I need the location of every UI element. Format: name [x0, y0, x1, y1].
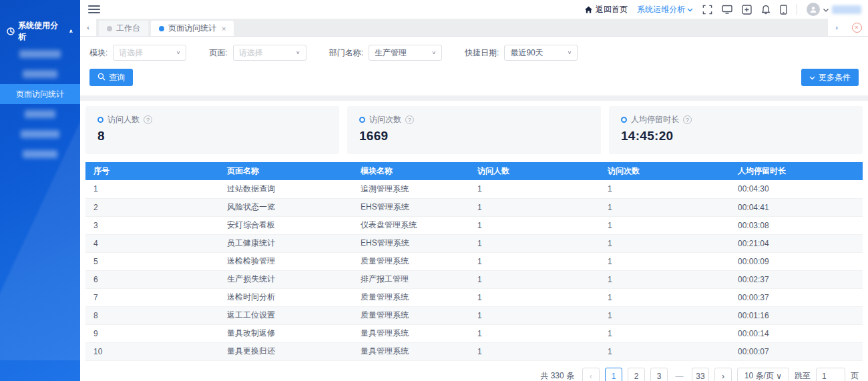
- table-row[interactable]: 3安灯综合看板仪表盘管理系统1100:03:08: [85, 216, 863, 234]
- sidebar-item-page-visit-stats[interactable]: 页面访问统计: [0, 84, 80, 104]
- next-page-button[interactable]: ›: [714, 368, 732, 381]
- stat-label: 访问人数: [107, 114, 140, 125]
- filter-row: 模块: 请选择 ∨ 页面: 请选择 ∨ 部门名称: [89, 45, 859, 61]
- stat-label: 人均停留时长: [631, 114, 679, 125]
- tabbar: ‹ 工作台 页面访问统计 × › ×: [80, 19, 868, 37]
- table-row[interactable]: 6生产损失统计排产报工管理1100:02:37: [85, 270, 863, 288]
- sidebar-group-system-usage[interactable]: 系统使用分析 ∧: [0, 19, 80, 44]
- page-button-3[interactable]: 3: [650, 368, 668, 381]
- back-home-link[interactable]: 返回首页: [584, 4, 628, 15]
- table-cell: 量具管理系统: [353, 324, 469, 342]
- filter-page: 页面: 请选择 ∨: [209, 45, 306, 61]
- table-cell: 1: [469, 216, 600, 234]
- pages-ellipsis: —: [673, 372, 686, 381]
- table-cell: 00:01:16: [730, 306, 863, 324]
- sidebar-item-redacted[interactable]: [0, 124, 80, 144]
- table-cell: 过站数据查询: [219, 180, 353, 198]
- tab-page-visit-stats[interactable]: 页面访问统计 ×: [151, 21, 234, 36]
- system-ops-menu[interactable]: 系统运维分析: [637, 4, 693, 15]
- mobile-icon[interactable]: [780, 5, 787, 15]
- jump-label: 跳至: [795, 370, 811, 381]
- more-conditions-label: 更多条件: [819, 72, 851, 83]
- close-all-tabs-button[interactable]: ×: [845, 19, 868, 36]
- chevron-down-icon: ∨: [176, 50, 181, 55]
- quick-date-select[interactable]: 最近90天 ∨: [504, 45, 578, 61]
- filter-module: 模块: 请选择 ∨: [89, 45, 186, 61]
- table-cell: 00:00:09: [730, 252, 863, 270]
- filter-department: 部门名称: 生产管理 ∨: [329, 45, 442, 61]
- table-cell: 1: [469, 270, 600, 288]
- monitor-icon[interactable]: [722, 5, 732, 14]
- module-select[interactable]: 请选择 ∨: [113, 45, 186, 61]
- help-icon[interactable]: ?: [683, 115, 692, 124]
- chevron-down-icon: [809, 73, 815, 82]
- table-cell: 量具管理系统: [353, 342, 469, 360]
- fullscreen-icon[interactable]: [702, 5, 712, 15]
- hamburger-menu-icon[interactable]: [88, 5, 100, 13]
- search-button[interactable]: 查询: [89, 69, 133, 86]
- table-row[interactable]: 4员工健康统计EHS管理系统1100:21:04: [85, 234, 863, 252]
- page-size-select[interactable]: 10 条/页 ∨: [737, 368, 789, 381]
- app-root: 系统使用分析 ∧ 页面访问统计 返回首页 系统运维分析: [0, 0, 868, 381]
- help-icon[interactable]: ?: [405, 115, 414, 124]
- tabs-scroll-right-icon[interactable]: ›: [828, 19, 845, 36]
- more-conditions-button[interactable]: 更多条件: [801, 69, 859, 86]
- sidebar-item-redacted[interactable]: [0, 144, 80, 164]
- chevron-up-icon[interactable]: ∧: [69, 29, 73, 34]
- table-cell: 1: [600, 234, 730, 252]
- table-cell: 00:04:30: [730, 180, 863, 198]
- stat-dot-icon: [359, 117, 365, 123]
- module-select-value: 请选择: [119, 47, 176, 59]
- table-cell: 1: [600, 342, 730, 360]
- table-row[interactable]: 7送检时间分析质量管理系统1100:00:37: [85, 288, 863, 306]
- bell-icon[interactable]: [761, 5, 771, 15]
- page-button-2[interactable]: 2: [628, 368, 645, 381]
- tab-close-icon[interactable]: ×: [222, 25, 226, 33]
- home-icon: [584, 5, 593, 14]
- redacted-label: [23, 150, 57, 158]
- table-cell: 5: [85, 252, 219, 270]
- page-button-1[interactable]: 1: [605, 368, 622, 381]
- col-avg-stay: 人均停留时长: [730, 162, 863, 180]
- table-row[interactable]: 10量具更换归还量具管理系统1100:00:07: [85, 342, 863, 360]
- department-select[interactable]: 生产管理 ∨: [369, 45, 442, 61]
- analysis-icon: [7, 27, 15, 35]
- table-row[interactable]: 8返工工位设置质量管理系统1100:01:16: [85, 306, 863, 324]
- tab-label: 工作台: [116, 23, 140, 34]
- sidebar-item-redacted[interactable]: [0, 44, 80, 64]
- table-row[interactable]: 2风险状态一览EHS管理系统1100:04:41: [85, 198, 863, 216]
- table-cell: 1: [469, 288, 600, 306]
- table-row[interactable]: 5送检检验管理质量管理系统1100:00:09: [85, 252, 863, 270]
- jump-page-input[interactable]: [816, 368, 845, 381]
- chevron-down-icon: [687, 5, 693, 14]
- table-cell: 00:03:08: [730, 216, 863, 234]
- table-cell: 质量管理系统: [353, 252, 469, 270]
- sidebar-group-title: 系统使用分析: [18, 20, 65, 43]
- tab-workbench[interactable]: 工作台: [99, 21, 148, 36]
- table-cell: 00:02:37: [730, 270, 863, 288]
- table-cell: 00:00:14: [730, 324, 863, 342]
- user-menu[interactable]: [807, 3, 861, 16]
- sidebar-item-redacted[interactable]: [0, 104, 80, 124]
- table-cell: 质量管理系统: [353, 306, 469, 324]
- page-select[interactable]: 请选择 ∨: [233, 45, 306, 61]
- stat-value: 14:45:20: [621, 129, 851, 143]
- table-cell: 00:00:37: [730, 288, 863, 306]
- tabs-scroll-left-icon[interactable]: ‹: [80, 19, 96, 36]
- table-cell: 1: [469, 342, 600, 360]
- help-icon[interactable]: ?: [144, 115, 152, 124]
- page-button-last[interactable]: 33: [692, 368, 709, 381]
- table-row[interactable]: 1过站数据查询追溯管理系统1100:04:30: [85, 180, 863, 198]
- chevron-down-icon: ∨: [431, 50, 436, 55]
- table-row[interactable]: 9量具改制返修量具管理系统1100:00:14: [85, 324, 863, 342]
- prev-page-button[interactable]: ‹: [582, 368, 600, 381]
- table-cell: 量具改制返修: [219, 324, 353, 342]
- quick-date-label: 快捷日期:: [465, 47, 499, 59]
- tab-label: 页面访问统计: [168, 23, 216, 34]
- sidebar-item-redacted[interactable]: [0, 64, 80, 84]
- screen-adapt-icon[interactable]: [742, 5, 752, 15]
- col-module-name: 模块名称: [353, 162, 469, 180]
- pagination: 共 330 条 ‹ 1 2 3 — 33 › 10 条/页 ∨ 跳至 页: [85, 361, 863, 381]
- table-cell: 10: [85, 342, 219, 360]
- avatar: [807, 3, 820, 16]
